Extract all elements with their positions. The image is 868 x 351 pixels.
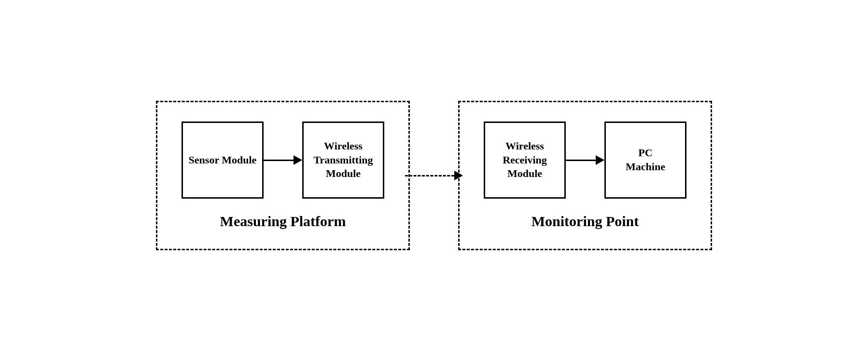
monitoring-point-box: WirelessReceivingModule PCMachine Monito… (458, 101, 712, 250)
pc-machine-box: PCMachine (604, 122, 686, 199)
transmitting-module-label: WirelessTransmittingModule (313, 139, 373, 181)
measuring-platform-label: Measuring Platform (220, 213, 346, 230)
receiving-module-label: WirelessReceivingModule (503, 139, 547, 181)
measuring-modules-row: Sensor Module WirelessTransmittingModule (182, 122, 384, 199)
sensor-module-label: Sensor Module (189, 153, 257, 167)
sensor-module-box: Sensor Module (182, 122, 264, 199)
monitoring-point-label: Monitoring Point (532, 213, 639, 230)
arrow-head-1 (294, 155, 302, 165)
dashed-arrow-line (405, 175, 454, 176)
measuring-platform-box: Sensor Module WirelessTransmittingModule… (156, 101, 410, 250)
arrow-line-1 (264, 160, 294, 161)
transmitting-module-box: WirelessTransmittingModule (302, 122, 384, 199)
monitoring-modules-row: WirelessReceivingModule PCMachine (484, 122, 686, 199)
wireless-dashed-arrow (405, 171, 463, 180)
arrow-line-2 (566, 160, 596, 161)
diagram-container: Sensor Module WirelessTransmittingModule… (48, 26, 820, 325)
receiving-module-box: WirelessReceivingModule (484, 122, 566, 199)
arrow-head-2 (596, 155, 604, 165)
sensor-to-transmitting-arrow (264, 155, 302, 165)
receiving-to-pc-arrow (566, 155, 604, 165)
pc-machine-label: PCMachine (626, 146, 665, 174)
